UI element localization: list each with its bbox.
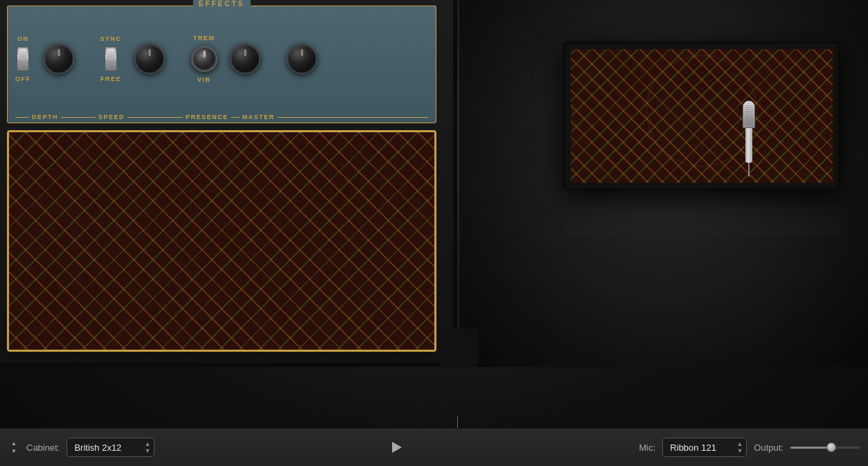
- depth-line-left: [15, 117, 29, 118]
- microphone[interactable]: [741, 100, 756, 177]
- play-area: [161, 440, 632, 454]
- off-label: OFF: [15, 75, 31, 82]
- vib-label: VIB: [197, 76, 211, 83]
- cabinet-arrows[interactable]: ▲ ▼: [8, 440, 19, 455]
- mic-select[interactable]: Ribbon 121 Condenser 87 Dynamic 57 No Mi…: [662, 438, 747, 457]
- amp-body: EFFECTS ON OFF SYNC FREE: [0, 0, 457, 367]
- on-off-switch-group: ON OFF: [15, 35, 31, 82]
- effects-title: EFFECTS: [193, 0, 251, 8]
- presence-line-right: [231, 117, 240, 118]
- depth-line-right: [61, 117, 96, 118]
- cabinet-select[interactable]: British 2x12 American 1x12 American 4x12…: [67, 438, 154, 457]
- master-label: MASTER: [240, 114, 278, 120]
- cabinet-arrow-up[interactable]: ▲: [8, 440, 19, 447]
- grille-pattern: [9, 132, 434, 350]
- speaker-circle: [646, 55, 757, 166]
- speed-knob[interactable]: [134, 44, 165, 74]
- output-slider-container: [790, 447, 860, 449]
- cabinet-grille: [571, 49, 833, 183]
- on-label: ON: [17, 35, 29, 42]
- speed-line-right: [127, 117, 183, 118]
- master-knob[interactable]: [287, 44, 317, 74]
- effects-controls: ON OFF SYNC FREE TREM VIB: [15, 14, 428, 104]
- mic-stand: [748, 163, 750, 177]
- sync-free-group: SYNC FREE: [100, 35, 122, 82]
- on-off-toggle[interactable]: [17, 46, 29, 71]
- cabinet-arrow-down[interactable]: ▼: [8, 448, 19, 455]
- mic-select-wrapper: Ribbon 121 Condenser 87 Dynamic 57 No Mi…: [662, 438, 747, 457]
- effects-panel: EFFECTS ON OFF SYNC FREE: [7, 6, 436, 123]
- master-control: [287, 44, 317, 74]
- bottom-labels: DEPTH SPEED PRESENCE MASTER: [15, 114, 428, 120]
- trem-vib-toggle[interactable]: [191, 46, 218, 72]
- presence-control: [230, 44, 260, 74]
- sync-free-toggle[interactable]: [105, 46, 117, 71]
- mic-body: [745, 128, 752, 163]
- output-label: Output:: [754, 442, 783, 453]
- mic-head: [743, 100, 755, 128]
- connector-corner: [440, 329, 478, 367]
- play-button[interactable]: [390, 440, 404, 454]
- cabinet-reflection: [563, 194, 840, 235]
- cabinet-unit: [563, 42, 840, 190]
- cabinet-right: [459, 0, 868, 367]
- speed-label: SPEED: [96, 114, 127, 120]
- output-slider[interactable]: [790, 447, 860, 449]
- cabinet-select-wrapper: British 2x12 American 1x12 American 4x12…: [67, 438, 154, 457]
- bottom-toolbar: ▲ ▼ Cabinet: British 2x12 American 1x12 …: [0, 428, 868, 466]
- depth-knob[interactable]: [44, 44, 74, 74]
- presence-label: PRESENCE: [183, 114, 231, 120]
- free-label: FREE: [100, 75, 121, 82]
- play-icon: [392, 442, 402, 453]
- depth-control: [44, 44, 74, 74]
- depth-label: DEPTH: [29, 114, 61, 120]
- sync-label: SYNC: [100, 35, 122, 42]
- trem-vib-group: TREM VIB: [191, 35, 218, 83]
- trem-label: TREM: [193, 35, 215, 42]
- speed-control: [134, 44, 165, 74]
- speaker-grille: [7, 130, 436, 352]
- presence-knob[interactable]: [230, 44, 260, 74]
- mic-label: Mic:: [639, 442, 656, 453]
- master-line-right: [278, 117, 428, 118]
- cabinet-label: Cabinet:: [26, 442, 60, 453]
